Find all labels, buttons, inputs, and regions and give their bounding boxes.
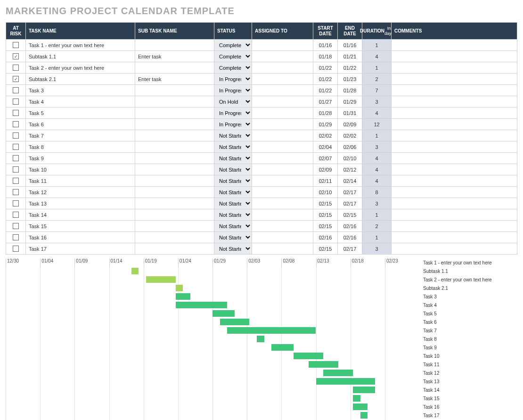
status-dropdown[interactable]: CompleteIn ProgressOn HoldNot Started [214,243,252,254]
assigned-cell[interactable] [252,40,313,51]
at-risk-checkbox[interactable] [6,164,26,175]
status-dropdown[interactable]: CompleteIn ProgressOn HoldNot Started [214,141,252,152]
at-risk-checkbox[interactable] [6,153,26,164]
status-dropdown[interactable]: CompleteIn ProgressOn HoldNot Started [214,187,252,198]
end-date-cell[interactable]: 02/12 [338,164,362,175]
status-dropdown[interactable]: CompleteIn ProgressOn HoldNot Started [214,153,252,164]
task-name-cell[interactable]: Task 5 [26,107,135,119]
comments-cell[interactable] [392,40,517,51]
checkbox-icon[interactable] [13,166,19,173]
task-name-cell[interactable]: Task 14 [26,209,135,221]
at-risk-checkbox[interactable] [6,119,26,130]
checkbox-icon[interactable]: ✓ [13,76,19,82]
at-risk-checkbox[interactable] [6,96,26,107]
task-name-cell[interactable]: Task 7 [26,130,135,141]
assigned-cell[interactable] [252,130,313,141]
sub-task-cell[interactable] [135,209,214,221]
at-risk-checkbox[interactable] [6,243,26,255]
status-dropdown[interactable]: CompleteIn ProgressOn HoldNot Started [214,175,252,186]
checkbox-icon[interactable] [13,223,19,229]
start-date-cell[interactable]: 02/15 [313,198,338,209]
start-date-cell[interactable]: 02/09 [313,164,338,175]
sub-task-cell[interactable] [135,141,214,153]
status-select[interactable]: CompleteIn ProgressOn HoldNot Started [214,232,252,243]
comments-cell[interactable] [392,51,517,62]
checkbox-icon[interactable] [13,65,19,71]
status-select[interactable]: CompleteIn ProgressOn HoldNot Started [214,209,252,221]
sub-task-cell[interactable] [135,96,214,107]
checkbox-icon[interactable] [13,212,19,218]
checkbox-icon[interactable] [13,99,19,105]
at-risk-checkbox[interactable] [6,209,26,221]
end-date-cell[interactable]: 01/28 [338,85,362,96]
status-dropdown[interactable]: CompleteIn ProgressOn HoldNot Started [214,96,252,107]
sub-task-cell[interactable] [135,232,214,243]
sub-task-cell[interactable] [135,40,214,51]
sub-task-cell[interactable] [135,187,214,198]
at-risk-checkbox[interactable]: ✓ [6,51,26,62]
sub-task-cell[interactable] [135,85,214,96]
status-select[interactable]: CompleteIn ProgressOn HoldNot Started [214,175,252,187]
assigned-cell[interactable] [252,243,313,255]
start-date-cell[interactable]: 02/16 [313,232,338,243]
comments-cell[interactable] [392,187,517,198]
end-date-cell[interactable]: 02/09 [338,119,362,130]
at-risk-checkbox[interactable] [6,198,26,209]
task-name-cell[interactable]: Task 6 [26,119,135,130]
checkbox-icon[interactable] [13,189,19,195]
at-risk-checkbox[interactable] [6,40,26,51]
assigned-cell[interactable] [252,198,313,209]
status-dropdown[interactable]: CompleteIn ProgressOn HoldNot Started [214,107,252,118]
start-date-cell[interactable]: 01/27 [313,96,338,107]
status-dropdown[interactable]: CompleteIn ProgressOn HoldNot Started [214,221,252,231]
checkbox-icon[interactable] [13,155,19,161]
assigned-cell[interactable] [252,51,313,62]
start-date-cell[interactable]: 02/04 [313,141,338,153]
at-risk-checkbox[interactable] [6,62,26,74]
checkbox-icon[interactable] [13,246,19,252]
assigned-cell[interactable] [252,175,313,187]
assigned-cell[interactable] [252,119,313,130]
task-name-cell[interactable]: Task 10 [26,164,135,175]
task-name-cell[interactable]: Task 1 - enter your own text here [26,40,135,51]
sub-task-cell[interactable] [135,198,214,209]
sub-task-cell[interactable]: Enter task [135,51,214,62]
start-date-cell[interactable]: 02/02 [313,130,338,141]
status-dropdown[interactable]: CompleteIn ProgressOn HoldNot Started [214,51,252,62]
comments-cell[interactable] [392,62,517,74]
checkbox-icon[interactable] [13,200,19,206]
end-date-cell[interactable]: 02/02 [338,130,362,141]
comments-cell[interactable] [392,85,517,96]
start-date-cell[interactable]: 02/07 [313,153,338,164]
assigned-cell[interactable] [252,74,313,85]
comments-cell[interactable] [392,141,517,153]
status-dropdown[interactable]: CompleteIn ProgressOn HoldNot Started [214,40,252,50]
start-date-cell[interactable]: 02/10 [313,187,338,198]
assigned-cell[interactable] [252,232,313,243]
status-select[interactable]: CompleteIn ProgressOn HoldNot Started [214,153,252,164]
end-date-cell[interactable]: 01/23 [338,74,362,85]
end-date-cell[interactable]: 02/16 [338,221,362,232]
status-select[interactable]: CompleteIn ProgressOn HoldNot Started [214,164,252,175]
status-select[interactable]: CompleteIn ProgressOn HoldNot Started [214,119,252,130]
task-name-cell[interactable]: Task 12 [26,187,135,198]
end-date-cell[interactable]: 02/15 [338,209,362,221]
checkbox-icon[interactable] [13,121,19,127]
task-name-cell[interactable]: Task 16 [26,232,135,243]
sub-task-cell[interactable]: Enter task [135,74,214,85]
sub-task-cell[interactable] [135,153,214,164]
checkbox-icon[interactable] [13,87,19,93]
start-date-cell[interactable]: 01/29 [313,119,338,130]
at-risk-checkbox[interactable] [6,187,26,198]
end-date-cell[interactable]: 02/17 [338,243,362,255]
comments-cell[interactable] [392,221,517,232]
status-select[interactable]: CompleteIn ProgressOn HoldNot Started [214,187,252,198]
end-date-cell[interactable]: 02/10 [338,153,362,164]
task-name-cell[interactable]: Task 8 [26,141,135,153]
comments-cell[interactable] [392,96,517,107]
status-dropdown[interactable]: CompleteIn ProgressOn HoldNot Started [214,198,252,209]
task-name-cell[interactable]: Task 11 [26,175,135,187]
sub-task-cell[interactable] [135,62,214,74]
assigned-cell[interactable] [252,141,313,153]
assigned-cell[interactable] [252,164,313,175]
